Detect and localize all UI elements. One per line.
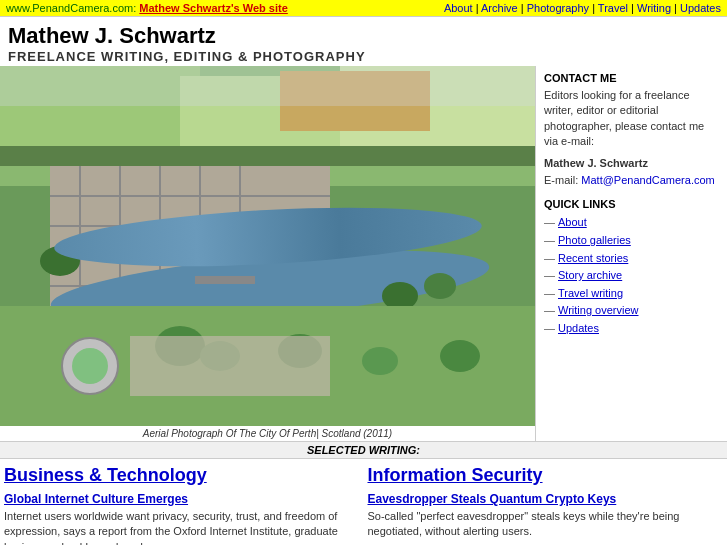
quick-link-writing-overview[interactable]: Writing overview <box>558 302 639 320</box>
quick-link-item: About <box>544 214 719 232</box>
nav-travel[interactable]: Travel <box>598 2 628 14</box>
nav-about[interactable]: About <box>444 2 473 14</box>
writing-columns: Business & Technology Global Internet Cu… <box>0 459 727 545</box>
svg-point-31 <box>440 340 480 372</box>
page-header: Mathew J. Schwartz FREELANCE WRITING, ED… <box>0 17 727 66</box>
quick-link-travel-writing[interactable]: Travel writing <box>558 285 623 303</box>
email-label: E-mail: <box>544 174 578 186</box>
left-section: Aerial Photograph Of The City Of Perth| … <box>0 66 535 441</box>
mathew-link[interactable]: Mathew Schwartz's Web site <box>139 2 288 14</box>
nav-photography[interactable]: Photography <box>527 2 589 14</box>
quick-links: QUICK LINKS About Photo galleries Recent… <box>544 198 719 337</box>
writing-col-left: Business & Technology Global Internet Cu… <box>4 465 360 545</box>
quick-links-heading: QUICK LINKS <box>544 198 719 210</box>
quick-link-updates[interactable]: Updates <box>558 320 599 338</box>
hero-image <box>0 66 535 426</box>
business-tech-heading[interactable]: Business & Technology <box>4 465 360 486</box>
svg-point-22 <box>382 282 418 310</box>
quick-link-item: Writing overview <box>544 302 719 320</box>
svg-rect-32 <box>130 336 330 396</box>
quick-link-item: Updates <box>544 320 719 338</box>
quick-link-item: Travel writing <box>544 285 719 303</box>
quick-link-item: Recent stories <box>544 250 719 268</box>
right-sidebar: CONTACT ME Editors looking for a freelan… <box>535 66 727 441</box>
quick-link-story-archive[interactable]: Story archive <box>558 267 622 285</box>
main-layout: Aerial Photograph Of The City Of Perth| … <box>0 66 727 441</box>
svg-point-20 <box>40 246 80 276</box>
writing-col-right: Information Security Eavesdropper Steals… <box>368 465 724 545</box>
site-url: www.PenandCamera.com: <box>6 2 136 14</box>
svg-point-23 <box>424 273 456 299</box>
quick-link-item: Photo galleries <box>544 232 719 250</box>
quick-link-photo-galleries[interactable]: Photo galleries <box>558 232 631 250</box>
biz-article-title[interactable]: Global Internet Culture Emerges <box>4 492 360 506</box>
contact-name: Mathew J. Schwartz <box>544 156 719 171</box>
nav-updates[interactable]: Updates <box>680 2 721 14</box>
svg-rect-6 <box>0 146 535 166</box>
contact-section: CONTACT ME Editors looking for a freelan… <box>544 72 719 188</box>
email-link[interactable]: Matt@PenandCamera.com <box>581 174 714 186</box>
info-security-heading[interactable]: Information Security <box>368 465 724 486</box>
contact-heading: CONTACT ME <box>544 72 719 84</box>
svg-point-26 <box>72 348 108 384</box>
quick-link-recent-stories[interactable]: Recent stories <box>558 250 628 268</box>
nav-archive[interactable]: Archive <box>481 2 518 14</box>
sec-article-title[interactable]: Eavesdropper Steals Quantum Crypto Keys <box>368 492 724 506</box>
page-subtitle: FREELANCE WRITING, EDITING & PHOTOGRAPHY <box>8 49 719 64</box>
top-bar: www.PenandCamera.com: Mathew Schwartz's … <box>0 0 727 17</box>
svg-point-21 <box>85 234 115 258</box>
nav-writing[interactable]: Writing <box>637 2 671 14</box>
biz-article-excerpt: Internet users worldwide want privacy, s… <box>4 509 360 545</box>
svg-rect-19 <box>195 276 255 284</box>
quick-link-item: Story archive <box>544 267 719 285</box>
svg-rect-33 <box>0 66 535 106</box>
aerial-photo <box>0 66 535 426</box>
sec-article-excerpt: So-called "perfect eavesdropper" steals … <box>368 509 724 540</box>
quick-link-about[interactable]: About <box>558 214 587 232</box>
email-line: E-mail: Matt@PenandCamera.com <box>544 173 719 188</box>
selected-writing-bar: SELECTED WRITING: <box>0 441 727 459</box>
page-title: Mathew J. Schwartz <box>8 23 719 49</box>
top-bar-left: www.PenandCamera.com: Mathew Schwartz's … <box>6 2 288 14</box>
contact-description: Editors looking for a freelance writer, … <box>544 88 719 150</box>
svg-point-30 <box>362 347 398 375</box>
quick-links-list: About Photo galleries Recent stories Sto… <box>544 214 719 337</box>
top-bar-nav: About | Archive | Photography | Travel |… <box>444 2 721 14</box>
photo-caption: Aerial Photograph Of The City Of Perth| … <box>0 426 535 441</box>
